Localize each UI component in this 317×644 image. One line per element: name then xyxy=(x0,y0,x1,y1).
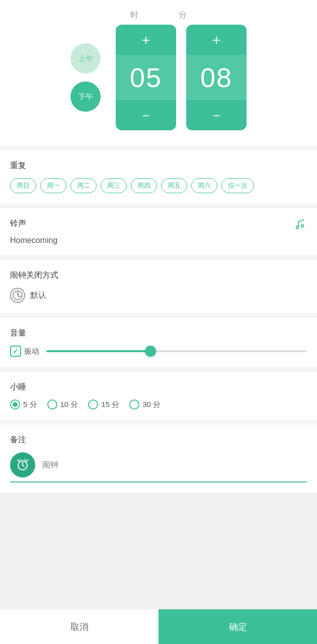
note-title: 备注 xyxy=(10,435,307,445)
ringtone-name: Homecoming xyxy=(10,236,307,245)
svg-point-2 xyxy=(13,291,22,300)
dismiss-section: 闹钟关闭方式 默认 xyxy=(0,260,317,313)
slider-thumb[interactable] xyxy=(145,346,156,357)
repeat-title: 重复 xyxy=(10,160,307,171)
clock-icon xyxy=(10,288,25,303)
radio-outer xyxy=(88,399,98,410)
svg-point-1 xyxy=(301,225,304,227)
pm-button[interactable]: 下午 xyxy=(70,82,101,112)
note-input[interactable] xyxy=(42,460,307,469)
minute-value: 08 xyxy=(200,62,232,93)
day-button[interactable]: 周五 xyxy=(161,178,187,193)
minute-display: 08 xyxy=(186,55,247,100)
hour-increment-button[interactable]: ＋ xyxy=(116,25,176,55)
snooze-option[interactable]: 30 分 xyxy=(129,399,161,410)
snooze-title: 小睡 xyxy=(10,382,307,392)
hour-label: 时 xyxy=(130,10,138,21)
slider-fill xyxy=(46,350,150,352)
hour-decrement-button[interactable]: － xyxy=(116,100,176,130)
note-input-row xyxy=(10,452,307,482)
day-button[interactable]: 周三 xyxy=(101,178,127,193)
note-section: 备注 xyxy=(0,425,317,493)
ringtone-section[interactable]: 铃声 Homecoming xyxy=(0,208,317,255)
day-button[interactable]: 周四 xyxy=(131,178,157,193)
am-button[interactable]: 上午 xyxy=(70,43,101,73)
snooze-option[interactable]: 15 分 xyxy=(88,399,119,410)
repeat-section: 重复 周日周一周二周三周四周五周六仅一次 xyxy=(0,150,317,203)
day-button[interactable]: 周六 xyxy=(191,178,217,193)
snooze-option[interactable]: 5 分 xyxy=(10,399,37,410)
hour-value: 05 xyxy=(130,62,162,93)
footer: 取消 确定 xyxy=(0,609,317,644)
time-picker-section: 时 分 上午 下午 ＋ 05 － ＋ 08 － xyxy=(0,0,317,145)
snooze-options: 5 分10 分15 分30 分 xyxy=(10,399,307,410)
plus-icon: ＋ xyxy=(139,33,153,47)
alarm-icon-circle xyxy=(10,452,35,477)
gray-spacer xyxy=(0,493,317,609)
vibrate-checkbox[interactable]: ✓ 振动 xyxy=(10,346,39,357)
day-button[interactable]: 周日 xyxy=(10,178,36,193)
day-button[interactable]: 周一 xyxy=(40,178,66,193)
snooze-option-label: 5 分 xyxy=(23,400,37,410)
radio-outer xyxy=(47,399,57,410)
cancel-button[interactable]: 取消 xyxy=(0,609,158,644)
snooze-option-label: 10 分 xyxy=(60,400,78,410)
day-button[interactable]: 仅一次 xyxy=(221,178,254,193)
hour-spinner: ＋ 05 － xyxy=(116,25,176,130)
svg-point-0 xyxy=(296,226,299,229)
minus-icon: － xyxy=(209,108,223,122)
snooze-option-label: 15 分 xyxy=(101,400,119,410)
slider-track xyxy=(46,350,307,352)
minute-spinner: ＋ 08 － xyxy=(186,25,247,130)
checkmark-icon: ✓ xyxy=(13,347,19,355)
ringtone-title: 铃声 xyxy=(10,218,307,229)
radio-inner xyxy=(50,402,55,407)
volume-slider-container[interactable] xyxy=(46,350,307,352)
dismiss-title: 闹钟关闭方式 xyxy=(10,270,307,281)
radio-inner xyxy=(132,402,137,407)
snooze-option-label: 30 分 xyxy=(142,400,161,410)
am-pm-selector: 上午 下午 xyxy=(70,43,101,112)
dismiss-label: 默认 xyxy=(30,290,46,301)
radio-inner xyxy=(91,402,96,407)
hour-display: 05 xyxy=(116,55,176,100)
volume-row: ✓ 振动 xyxy=(10,346,307,357)
music-note-icon xyxy=(294,218,307,234)
volume-section: 音量 ✓ 振动 xyxy=(0,318,317,367)
vibrate-label: 振动 xyxy=(24,347,39,356)
days-row: 周日周一周二周三周四周五周六仅一次 xyxy=(10,178,307,193)
dismiss-option[interactable]: 默认 xyxy=(10,288,307,303)
minute-increment-button[interactable]: ＋ xyxy=(186,25,247,55)
radio-inner xyxy=(13,402,18,407)
radio-outer xyxy=(129,399,139,410)
checkbox-icon: ✓ xyxy=(10,346,21,357)
plus-icon: ＋ xyxy=(209,33,223,47)
day-button[interactable]: 周二 xyxy=(70,178,97,193)
snooze-section: 小睡 5 分10 分15 分30 分 xyxy=(0,372,317,420)
minus-icon: － xyxy=(139,108,153,122)
radio-outer xyxy=(10,399,20,410)
confirm-button[interactable]: 确定 xyxy=(158,609,317,644)
minute-decrement-button[interactable]: － xyxy=(186,100,247,130)
minute-label: 分 xyxy=(179,10,187,21)
volume-title: 音量 xyxy=(10,328,307,339)
snooze-option[interactable]: 10 分 xyxy=(47,399,78,410)
